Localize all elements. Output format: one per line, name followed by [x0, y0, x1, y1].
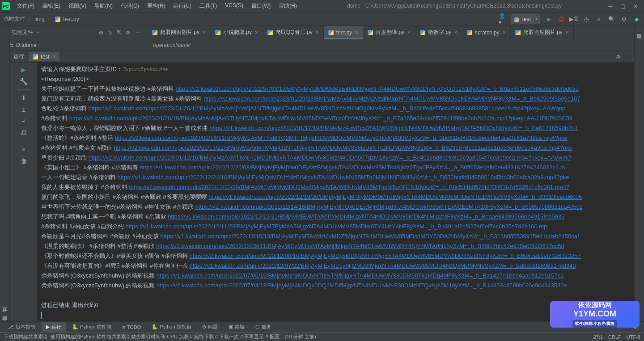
vcs-toolwindow[interactable]: ⎇ 版本控制	[4, 322, 40, 332]
coverage-button[interactable]: ▶⦿	[570, 15, 578, 23]
console-link[interactable]: https://v1.kwaicdn.com/upic/2022/12/07/2…	[190, 262, 576, 269]
menu-vcs[interactable]: VCS(S)	[221, 0, 247, 12]
down-icon[interactable]: ⬇	[19, 93, 28, 102]
locate-icon[interactable]: ⊕	[99, 29, 103, 36]
menu-file[interactable]: 文件(F)	[13, 0, 38, 12]
menu-window[interactable]: 窗口(W)	[248, 0, 274, 12]
hide-icon[interactable]: —	[135, 29, 140, 36]
services-toolwindow[interactable]: ⬡ 服务	[251, 322, 276, 332]
console-link[interactable]: https://v2.kwaicdn.com/upic/2022/12/09/1…	[156, 243, 564, 249]
editor-tab[interactable]: 百度翻译.py✕	[363, 26, 415, 39]
console-link[interactable]: https://v2.kwaicdn.com/upic/2022/12/08/1…	[190, 253, 581, 259]
console-link[interactable]: https://v1.kwaicdn.com/upic/2022/12/10/1…	[161, 233, 579, 240]
gear-icon[interactable]: ⚙	[616, 54, 621, 60]
expand-icon[interactable]: ⇲	[108, 29, 112, 36]
console-link[interactable]: https://v1.kwaicdn.com/upic/2023/01/17/1…	[209, 125, 578, 131]
console-link[interactable]: https://v1.kwaicdn.com/upic/2022/12/26/0…	[140, 164, 565, 171]
console-link[interactable]: https://v2.kwaicdn.com/upic/2023/01/13/2…	[114, 144, 572, 151]
debug-button[interactable]: 🐞	[557, 15, 565, 23]
console-link[interactable]: https://v1.kwaicdn.com/upic/2022/07/05/1…	[157, 272, 564, 279]
codewithme-icon[interactable]: ◆	[632, 15, 640, 23]
project-root-path[interactable]: D:\dome	[16, 42, 36, 48]
close-icon[interactable]: ✕	[355, 30, 358, 35]
editor-tab[interactable]: 爬取网页图片.py✕	[148, 26, 211, 39]
gear-icon[interactable]: ⚙	[620, 15, 628, 23]
menu-tools[interactable]: 工具(T)	[196, 0, 220, 12]
console-link[interactable]: https://v2.kwaicdn.com/upic/2023/01/29/2…	[203, 95, 580, 102]
console-link[interactable]: https://v2.kwaicdn.com/upic/2022/12/23/2…	[129, 184, 569, 190]
console-link[interactable]: https://v2.kwaicdn.com/upic/2022/07/04/1…	[157, 282, 567, 289]
right-tool-strip: 通知	[634, 26, 644, 328]
console-link[interactable]: https://v2.kwaicdn.com/upic/2023/01/16/1…	[115, 135, 568, 141]
maximize-icon[interactable]: ▢	[620, 3, 625, 9]
editor-tab[interactable]: 猜数字.py✕	[415, 26, 462, 39]
trash-icon[interactable]: 🗑	[19, 156, 28, 165]
hide-icon[interactable]: —	[625, 54, 631, 60]
terminal-toolwindow[interactable]: ▣ 终端	[224, 322, 249, 332]
editor-tab[interactable]: 小说爬取.py✕	[211, 26, 263, 39]
file-encoding[interactable]: UTF-8	[627, 334, 640, 340]
console-link[interactable]: https://v1.kwaicdn.com/upic/2022/12/19/2…	[208, 194, 582, 200]
editor-tab[interactable]: 爬取百度图片.py✕	[511, 26, 574, 39]
menu-help[interactable]: 帮助(H)	[275, 0, 301, 12]
menu-refactor[interactable]: 重构(R)	[144, 0, 169, 12]
minimize-icon[interactable]: ─	[608, 3, 612, 9]
gear-icon[interactable]: ⚙	[126, 29, 131, 36]
close-icon[interactable]: ✕	[315, 30, 319, 35]
editor-tab[interactable]: 爬取QQ音乐.py✕	[263, 26, 324, 39]
console-link[interactable]: https://v1.kwaicdn.com/upic/2022/12/11/2…	[126, 223, 547, 230]
line-separator[interactable]: CRLF	[608, 334, 621, 340]
project-tabs-row: 🗁 项目文件 ▾ ⊕ ⇲ ⇱ ⚙ — 爬取网页图片.py✕小说爬取.py✕爬取Q…	[0, 26, 644, 39]
layout-icon[interactable]: ⫫	[19, 105, 28, 114]
run-tab-test[interactable]: test ✕	[29, 52, 59, 61]
close-icon[interactable]: ✕	[454, 30, 458, 35]
menu-code[interactable]: 代码(C)	[117, 0, 143, 12]
bookmarks-toolwindow[interactable]: 书签	[0, 312, 9, 320]
python-console-toolwindow[interactable]: 🐍 Python 控制台	[147, 322, 195, 332]
close-icon[interactable]: ✕	[52, 54, 56, 59]
close-icon[interactable]: ✕	[202, 30, 206, 35]
project-files-header[interactable]: 🗁 项目文件 ▾ ⊕ ⇲ ⇱ ⚙ —	[0, 29, 148, 36]
console-link[interactable]: https://v2.kwaicdn.com/upic/2022/12/14/1…	[195, 203, 583, 210]
console-link[interactable]: https://v2.kwaicdn.com/upic/2022/07/03/1…	[175, 85, 579, 92]
menu-navigate[interactable]: 导航(N)	[91, 0, 116, 12]
console-link[interactable]: https://v1.kwaicdn.com/upic/2022/12/12/2…	[168, 213, 564, 220]
run-toolwindow[interactable]: ▶ 运行	[42, 322, 66, 332]
console-link[interactable]: https://v2.kwaicdn.com/upic/2023/01/20/1…	[69, 115, 572, 122]
editor-tab[interactable]: scratch.py✕	[462, 26, 511, 39]
menu-view[interactable]: 视图(V)	[65, 0, 90, 12]
menu-run[interactable]: 运行(U)	[169, 0, 195, 12]
user-icon[interactable]: 👤▾	[499, 15, 507, 23]
wrench-icon[interactable]: 🔧	[19, 77, 28, 86]
close-icon[interactable]: ✕	[254, 30, 258, 35]
close-icon[interactable]: ✕	[633, 3, 638, 9]
wrap-icon[interactable]: ⤶	[19, 117, 28, 126]
run-config-select[interactable]: test	[511, 14, 540, 24]
breadcrumb-file[interactable]: test.py	[63, 16, 79, 22]
console-link[interactable]: https://v2.kwaicdn.com/upic/2023/01/26/1…	[88, 105, 565, 112]
breadcrumb-img[interactable]: img	[36, 16, 44, 22]
todo-toolwindow[interactable]: ≡ TODO	[118, 323, 145, 331]
problems-toolwindow[interactable]: ⊘ 问题	[198, 322, 222, 332]
editor-tab[interactable]: test.py✕	[324, 26, 363, 39]
stop-button[interactable]: ■	[595, 15, 603, 23]
collapse-icon[interactable]: ⇱	[117, 29, 121, 36]
close-icon[interactable]: ✕	[565, 30, 569, 35]
console-output[interactable]: 请输入你想要爬取快手主页ID：3xyczc5ynfcnuhw<Response …	[38, 63, 634, 328]
breadcrumb-scratches[interactable]: 临时文件	[4, 15, 25, 23]
console-link[interactable]: https://v2.kwaicdn.com/upic/2023/01/12/1…	[88, 154, 571, 161]
close-icon[interactable]: ✕	[502, 30, 506, 35]
caret-position[interactable]: 27:1	[593, 334, 603, 340]
profile-button[interactable]: ◷	[582, 15, 590, 23]
console-link[interactable]: https://v1.kwaicdn.com/upic/2022/12/24/1…	[117, 174, 569, 181]
rerun-button[interactable]: ▶	[19, 65, 28, 74]
search-icon[interactable]: 🔍	[607, 15, 615, 23]
run-button[interactable]: ▶	[545, 15, 553, 23]
python-packages-toolwindow[interactable]: 🐍 Python 软件包	[68, 322, 116, 332]
close-icon[interactable]: ✕	[407, 30, 411, 35]
stop-icon[interactable]: ■	[19, 145, 28, 154]
menu-edit[interactable]: 编辑(E)	[39, 0, 64, 12]
status-message[interactable]: 下载预构建共享索引: 使用预构建的Python 软件包共享索引减少索引时间和 C…	[4, 333, 316, 340]
print-icon[interactable]: 🖶	[19, 128, 28, 137]
notifications-toolwindow[interactable]: 通知	[635, 26, 643, 33]
